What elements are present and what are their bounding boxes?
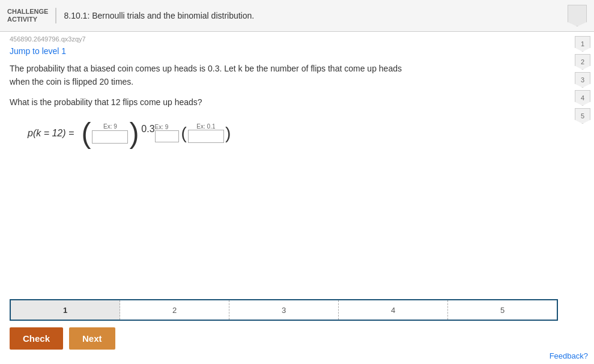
- activity-label: CHALLENGE ACTIVITY: [7, 8, 56, 23]
- formula-area: p(k = 12) = ( Ex: 9 ) 0.3 Ex: 9 ( Ex: 0.…: [28, 119, 584, 148]
- coefficient-input[interactable]: [92, 130, 128, 144]
- progress-segment-4[interactable]: 4: [339, 300, 448, 320]
- complement-group: ( Ex: 0.1 ): [181, 123, 231, 143]
- progress-segment-2[interactable]: 2: [120, 300, 229, 320]
- close-paren-sm: ): [225, 125, 231, 142]
- input1-ex-label: Ex: 9: [103, 123, 117, 130]
- binomial-coefficient-group: ( Ex: 9 ): [81, 119, 139, 148]
- progress-section: 1 2 3 4 5: [10, 299, 558, 321]
- level-sidebar: 1 2 3 4 5: [571, 31, 594, 129]
- progress-segment-3[interactable]: 3: [229, 300, 339, 320]
- problem-text: The probability that a biased coin comes…: [10, 62, 514, 89]
- exponent-input-wrap: Ex: 9: [155, 124, 179, 142]
- formula-label: p(k = 12) =: [28, 128, 74, 139]
- sidebar-level-3[interactable]: 3: [575, 72, 590, 88]
- level-badge: [568, 5, 587, 26]
- button-row: Check Next: [10, 327, 115, 350]
- complement-input[interactable]: [188, 130, 224, 143]
- question-text: What is the probability that 12 flips co…: [10, 97, 584, 107]
- progress-bar: 1 2 3 4 5: [10, 299, 558, 321]
- next-button[interactable]: Next: [69, 327, 115, 350]
- exponent-input[interactable]: [155, 130, 179, 142]
- feedback-link[interactable]: Feedback?: [550, 351, 588, 360]
- jump-to-level-link[interactable]: Jump to level 1: [0, 44, 594, 62]
- sidebar-level-1[interactable]: 1: [575, 36, 590, 52]
- base-power-group: 0.3 Ex: 9: [141, 124, 178, 142]
- base-value: 0.3: [141, 124, 154, 135]
- sidebar-level-5[interactable]: 5: [575, 108, 590, 124]
- complement-input-wrap: Ex: 0.1: [188, 123, 224, 143]
- input3-ex-label: Ex: 0.1: [196, 123, 215, 130]
- page-header: CHALLENGE ACTIVITY 8.10.1: Bernoulli tri…: [0, 0, 594, 32]
- coefficient-input-stack: Ex: 9: [92, 123, 128, 144]
- open-paren: (: [81, 119, 91, 148]
- input2-ex-label: Ex: 9: [155, 124, 169, 130]
- check-button[interactable]: Check: [10, 327, 63, 350]
- main-content: The probability that a biased coin comes…: [0, 62, 594, 148]
- progress-segment-1[interactable]: 1: [11, 300, 120, 320]
- sidebar-level-2[interactable]: 2: [575, 54, 590, 70]
- sidebar-level-4[interactable]: 4: [575, 90, 590, 106]
- session-id: 456890.2649796.qx3zqy7: [0, 32, 594, 44]
- open-paren-sm: (: [181, 125, 187, 142]
- close-paren: ): [129, 119, 139, 148]
- activity-title: 8.10.1: Bernoulli trials and the binomia…: [64, 11, 254, 20]
- progress-segment-5[interactable]: 5: [448, 300, 557, 320]
